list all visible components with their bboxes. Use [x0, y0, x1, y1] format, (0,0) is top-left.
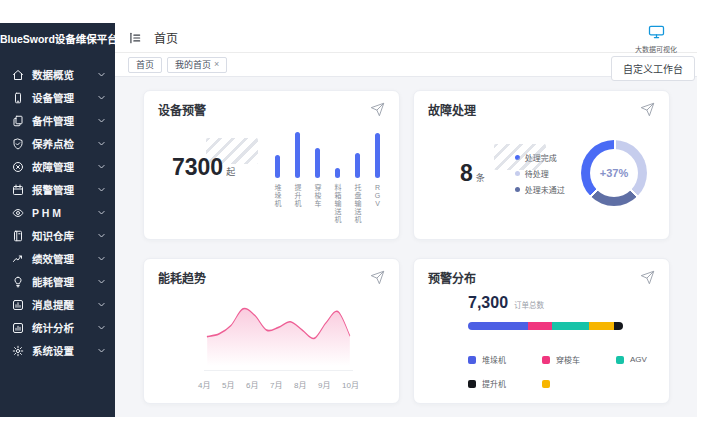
send-icon[interactable] — [370, 270, 385, 285]
big-data-viz-entry[interactable]: 大数据可视化 — [635, 22, 677, 54]
bar — [295, 132, 300, 178]
chevron-down-icon — [97, 139, 106, 148]
bar — [335, 168, 340, 178]
documents-icon — [11, 114, 24, 127]
month-tick-label: 4月 — [198, 379, 210, 390]
chevron-down-icon — [97, 277, 106, 286]
main-area: 首页 大数据可视化 首页我的首页× 自定义工作台 设备预警 — [115, 23, 697, 417]
dashboard-content: 设备预警 7300 起 堆垛机提升机穿梭车料箱输送机托盘输送机RGV — [115, 77, 697, 417]
app-title: BlueSword设备维保平台 — [0, 23, 115, 55]
sidebar-item-energy-mgmt[interactable]: 能耗管理 — [0, 270, 115, 293]
month-tick-label: 6月 — [246, 379, 258, 390]
month-tick-label: 5月 — [222, 379, 234, 390]
sidebar-item-maintenance[interactable]: 保养点检 — [0, 132, 115, 155]
stack-segment — [468, 322, 528, 330]
sidebar-item-alarm-mgmt[interactable]: 报警管理 — [0, 178, 115, 201]
legend-label: 处理完成 — [525, 152, 557, 163]
legend-dot — [515, 187, 520, 192]
legend-swatch — [468, 356, 476, 364]
bulb-icon — [11, 275, 24, 288]
tags-bar: 首页我的首页× — [115, 53, 697, 77]
sidebar-item-performance[interactable]: 绩效管理 — [0, 247, 115, 270]
sidebar-item-device-mgmt[interactable]: 设备管理 — [0, 86, 115, 109]
legend-item: AGV — [616, 354, 670, 365]
donut-center-text: +37% — [590, 149, 638, 197]
home-icon — [11, 68, 24, 81]
distribution-stacked-bar — [468, 322, 623, 330]
chevron-down-icon — [97, 185, 106, 194]
sidebar-item-statistics[interactable]: 统计分析 — [0, 316, 115, 339]
chevron-down-icon — [97, 346, 106, 355]
chevron-down-icon — [97, 300, 106, 309]
fault-unit: 条 — [476, 171, 485, 184]
legend-dot — [515, 155, 520, 160]
close-tab-icon[interactable]: × — [214, 60, 219, 69]
x-axis-line — [204, 370, 353, 371]
legend-item: 处理完成 — [515, 152, 565, 163]
sidebar-item-knowledge-base[interactable]: 知识仓库 — [0, 224, 115, 247]
send-icon[interactable] — [640, 102, 655, 117]
bar-chart-icon — [11, 321, 24, 334]
customize-workbench-button[interactable]: 自定义工作台 — [611, 56, 695, 81]
card-title: 设备预警 — [158, 101, 206, 118]
legend-item — [542, 378, 616, 389]
send-icon[interactable] — [370, 102, 385, 117]
legend-swatch — [616, 356, 624, 364]
legend-label: AGV — [630, 355, 647, 364]
device-warning-kpi: 7300 起 — [172, 154, 235, 224]
tab-home[interactable]: 首页 — [128, 57, 162, 73]
chevron-down-icon — [97, 323, 106, 332]
collapse-sidebar-icon[interactable] — [128, 31, 142, 45]
chevron-down-icon — [97, 93, 106, 102]
send-icon[interactable] — [640, 270, 655, 285]
legend-swatch — [542, 380, 550, 388]
bar-column: 穿梭车 — [314, 132, 321, 208]
breadcrumb: 首页 — [154, 29, 178, 46]
month-tick-label: 7月 — [270, 379, 282, 390]
stack-segment — [614, 322, 623, 330]
trend-icon — [11, 252, 24, 265]
fault-legend: 处理完成待处理处理未通过 — [515, 152, 565, 195]
card-device-warning: 设备预警 7300 起 堆垛机提升机穿梭车料箱输送机托盘输送机RGV — [143, 90, 400, 240]
bar — [355, 153, 360, 178]
sidebar-item-phm[interactable]: P H M — [0, 201, 115, 224]
tab-my-home[interactable]: 我的首页× — [167, 57, 227, 73]
error-circle-icon — [11, 160, 24, 173]
card-title: 能耗趋势 — [158, 269, 206, 286]
message-chart-icon — [11, 298, 24, 311]
legend-swatch — [468, 380, 476, 388]
legend-dot — [515, 171, 520, 176]
fault-handling-kpi: 8 条 — [460, 160, 485, 187]
device-icon — [11, 91, 24, 104]
bar-label: 提升机 — [294, 184, 301, 208]
distribution-kpi: 7,300 订单总数 — [468, 294, 655, 312]
legend-item: 穿梭车 — [542, 354, 616, 365]
bar-column: 料箱输送机 — [334, 132, 341, 224]
bar — [315, 148, 320, 178]
sidebar-item-fault-mgmt[interactable]: 故障管理 — [0, 155, 115, 178]
bar — [275, 155, 280, 178]
notebook-icon — [11, 229, 24, 242]
legend-item: 待处理 — [515, 168, 565, 179]
device-warning-count: 7300 — [172, 154, 223, 181]
sidebar-item-system-settings[interactable]: 系统设置 — [0, 339, 115, 362]
month-tick-label: 10月 — [342, 379, 359, 390]
stack-segment — [589, 322, 614, 330]
stack-segment — [528, 322, 551, 330]
sidebar-item-spare-parts[interactable]: 备件管理 — [0, 109, 115, 132]
legend-label: 处理未通过 — [525, 184, 565, 195]
bar-label: 料箱输送机 — [334, 184, 341, 224]
chevron-down-icon — [97, 231, 106, 240]
sidebar-item-data-overview[interactable]: 数据概览 — [0, 63, 115, 86]
card-title: 故障处理 — [428, 101, 476, 118]
month-tick-label: 9月 — [318, 379, 330, 390]
sidebar-item-notifications[interactable]: 消息提醒 — [0, 293, 115, 316]
eye-icon — [11, 206, 24, 219]
viz-label: 大数据可视化 — [635, 44, 677, 54]
chevron-down-icon — [97, 254, 106, 263]
card-fault-handling: 故障处理 8 条 处理完成待处理处理未通过 +37% — [413, 90, 670, 240]
fault-donut-chart: +37% — [581, 140, 647, 206]
distribution-legend: 堆垛机穿梭车AGV提升机 — [468, 354, 655, 389]
legend-item: 提升机 — [468, 378, 542, 389]
monitor-icon — [648, 25, 665, 43]
